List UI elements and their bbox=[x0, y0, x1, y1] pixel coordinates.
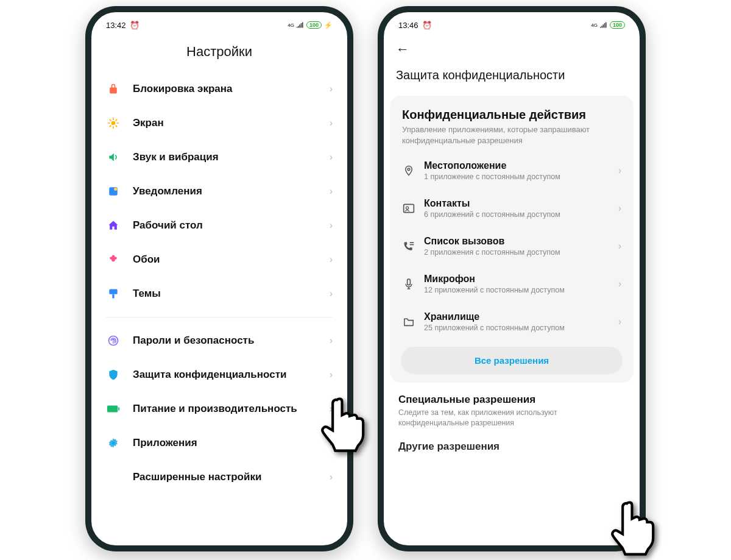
item-label: Обои bbox=[133, 253, 317, 266]
svg-rect-12 bbox=[112, 294, 114, 299]
perm-label: Хранилище bbox=[424, 311, 610, 322]
notification-icon bbox=[106, 184, 121, 199]
item-label: Расширенные настройки bbox=[133, 470, 317, 483]
item-label: Рабочий стол bbox=[133, 219, 317, 232]
home-icon bbox=[106, 218, 121, 233]
perm-label: Местоположение bbox=[424, 160, 610, 171]
item-label: Пароли и безопасность bbox=[133, 334, 317, 347]
settings-item-themes[interactable]: Темы › bbox=[102, 277, 336, 311]
alarm-icon: ⏰ bbox=[130, 21, 139, 30]
item-label: Экран bbox=[133, 116, 317, 129]
svg-point-17 bbox=[408, 168, 410, 171]
svg-rect-14 bbox=[107, 406, 118, 413]
special-permissions-item[interactable]: Специальные разрешения Следите за тем, к… bbox=[384, 394, 640, 432]
item-label: Питание и производительность bbox=[133, 402, 317, 415]
settings-item-passwords[interactable]: Пароли и безопасность › bbox=[102, 324, 336, 358]
lock-icon bbox=[106, 82, 121, 96]
speaker-icon bbox=[106, 150, 121, 165]
chevron-right-icon: › bbox=[330, 83, 333, 94]
special-sub: Следите за тем, как приложения использую… bbox=[398, 406, 625, 428]
svg-rect-22 bbox=[408, 279, 411, 285]
svg-rect-11 bbox=[109, 289, 117, 294]
item-label: Блокировка экрана bbox=[133, 82, 317, 95]
perm-item-microphone[interactable]: Микрофон 12 приложений с постоянным дост… bbox=[400, 265, 624, 303]
svg-line-6 bbox=[116, 126, 117, 127]
phone-list-icon bbox=[402, 239, 415, 253]
shield-icon bbox=[106, 367, 121, 382]
item-label: Защита конфиденциальности bbox=[133, 368, 317, 381]
status-time: 13:46 bbox=[398, 21, 418, 30]
screen-left: 13:42 ⏰ 4G 100 ⚡ Настройки Блокировка эк… bbox=[91, 12, 347, 545]
card-title: Конфиденциальные действия bbox=[400, 107, 624, 124]
chevron-right-icon: › bbox=[330, 220, 333, 231]
settings-item-display[interactable]: Экран › bbox=[102, 106, 336, 140]
perm-label: Микрофон bbox=[424, 274, 610, 285]
screen-right: 13:46 ⏰ 4G 100 ← Защита конфиденциальнос… bbox=[384, 12, 640, 545]
svg-point-10 bbox=[114, 188, 117, 191]
settings-item-battery[interactable]: Питание и производительность › bbox=[102, 392, 336, 426]
perm-sub: 6 приложений с постоянным доступом bbox=[424, 209, 610, 219]
settings-item-notifications[interactable]: Уведомления › bbox=[102, 174, 336, 208]
chevron-right-icon: › bbox=[618, 241, 621, 252]
chevron-right-icon: › bbox=[618, 165, 621, 176]
battery-icon bbox=[106, 402, 121, 416]
chevron-right-icon: › bbox=[330, 369, 333, 380]
perm-label: Список вызовов bbox=[424, 236, 610, 247]
svg-rect-15 bbox=[118, 407, 119, 411]
chevron-right-icon: › bbox=[330, 403, 333, 414]
gear-icon bbox=[106, 436, 121, 450]
microphone-icon bbox=[402, 277, 415, 291]
chevron-right-icon: › bbox=[330, 335, 333, 346]
chevron-right-icon: › bbox=[330, 288, 333, 299]
perm-item-location[interactable]: Местоположение 1 приложение с постоянным… bbox=[400, 152, 624, 190]
perm-item-calllog[interactable]: Список вызовов 2 приложения с постоянным… bbox=[400, 227, 624, 265]
settings-item-home[interactable]: Рабочий стол › bbox=[102, 208, 336, 243]
chevron-right-icon: › bbox=[618, 203, 621, 214]
network-label: 4G bbox=[591, 23, 598, 28]
divider bbox=[106, 317, 333, 317]
perm-sub: 1 приложение с постоянным доступом bbox=[424, 171, 610, 181]
network-label: 4G bbox=[288, 23, 294, 28]
settings-item-lockscreen[interactable]: Блокировка экрана › bbox=[102, 72, 336, 106]
perm-sub: 25 приложений с постоянным доступом bbox=[424, 322, 610, 332]
privacy-actions-card: Конфиденциальные действия Управление при… bbox=[390, 96, 634, 383]
chevron-right-icon: › bbox=[618, 316, 621, 327]
signal-icon bbox=[297, 22, 304, 28]
status-time: 13:42 bbox=[106, 21, 126, 30]
card-subtitle: Управление приложениями, которые запраши… bbox=[400, 124, 624, 152]
chevron-right-icon: › bbox=[330, 118, 333, 129]
signal-icon bbox=[600, 22, 607, 28]
svg-line-5 bbox=[110, 119, 111, 121]
settings-item-wallpaper[interactable]: Обои › bbox=[102, 243, 336, 277]
back-button[interactable]: ← bbox=[396, 41, 409, 57]
location-icon bbox=[402, 164, 415, 177]
folder-icon bbox=[402, 315, 415, 328]
status-bar: 13:46 ⏰ 4G 100 bbox=[384, 12, 640, 33]
perm-item-contacts[interactable]: Контакты 6 приложений с постоянным досту… bbox=[400, 190, 624, 227]
perm-sub: 12 приложений с постоянным доступом bbox=[424, 285, 610, 294]
chevron-right-icon: › bbox=[618, 278, 621, 289]
chevron-right-icon: › bbox=[330, 254, 333, 265]
perm-item-storage[interactable]: Хранилище 25 приложений с постоянным дос… bbox=[400, 303, 624, 341]
all-permissions-button[interactable]: Все разрешения bbox=[401, 347, 623, 374]
settings-item-sound[interactable]: Звук и вибрация › bbox=[102, 140, 336, 174]
settings-item-privacy[interactable]: Защита конфиденциальности › bbox=[102, 358, 336, 392]
perm-sub: 2 приложения с постоянным доступом bbox=[424, 247, 610, 257]
chevron-right-icon: › bbox=[330, 186, 333, 197]
item-label: Звук и вибрация bbox=[133, 151, 317, 163]
battery-icon: 100 bbox=[610, 21, 625, 29]
page-title: Настройки bbox=[91, 33, 347, 72]
fingerprint-icon bbox=[106, 333, 121, 348]
sun-icon bbox=[106, 116, 121, 130]
status-bar: 13:42 ⏰ 4G 100 ⚡ bbox=[91, 12, 347, 33]
alarm-icon: ⏰ bbox=[422, 21, 432, 30]
charging-icon: ⚡ bbox=[324, 21, 333, 29]
settings-list: Блокировка экрана › Экран › Звук и вибра… bbox=[91, 72, 347, 545]
other-permissions-label: Другие разрешения bbox=[384, 432, 640, 453]
settings-item-apps[interactable]: Приложения › bbox=[102, 426, 336, 460]
chevron-right-icon: › bbox=[330, 438, 333, 448]
battery-icon: 100 bbox=[306, 21, 322, 29]
special-title: Специальные разрешения bbox=[398, 394, 625, 406]
sliders-icon bbox=[106, 470, 121, 484]
settings-item-advanced[interactable]: Расширенные настройки › bbox=[102, 460, 336, 494]
